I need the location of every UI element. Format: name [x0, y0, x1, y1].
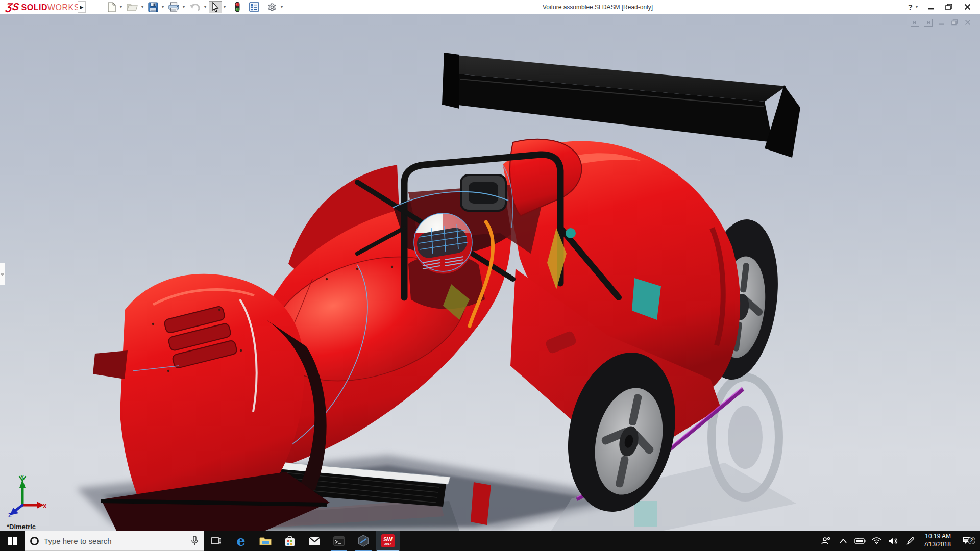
- file-properties-button[interactable]: [247, 1, 261, 13]
- view-orientation-label: *Dimetric: [7, 523, 36, 531]
- command-prompt-icon: [333, 536, 345, 546]
- restore-icon: [945, 4, 952, 10]
- taskbar-cmd-button[interactable]: [327, 531, 351, 551]
- edge-icon: e: [236, 534, 245, 548]
- help-button[interactable]: ?: [908, 3, 913, 11]
- taskbar-explorer-button[interactable]: [253, 531, 278, 551]
- taskbar-solidworks-button[interactable]: SW 2017: [376, 531, 400, 551]
- graphics-viewport[interactable]: X Y Z *Dimetric: [0, 14, 980, 531]
- people-icon[interactable]: [820, 537, 833, 545]
- doc-restore-icon: [951, 19, 958, 26]
- pane-left-button[interactable]: [911, 19, 919, 27]
- title-bar: ƷS SOLID WORKS ▶ ▾ ▾: [0, 0, 980, 14]
- doc-minimize-button[interactable]: [937, 18, 945, 27]
- file-properties-icon: [249, 2, 259, 12]
- printer-icon: [168, 2, 179, 12]
- options-dropdown-caret-icon[interactable]: ▾: [281, 5, 283, 9]
- chevron-up-icon[interactable]: [837, 539, 850, 543]
- volume-icon[interactable]: [887, 537, 900, 545]
- windows-logo-icon: [8, 537, 17, 545]
- quick-access-toolbar: ▾ ▾ ▾: [105, 1, 285, 13]
- undo-arrow-icon: [189, 3, 201, 12]
- arrow-right-icon: [926, 20, 930, 25]
- solidworks-logo: ƷS SOLID WORKS: [0, 1, 76, 13]
- start-button[interactable]: [0, 531, 24, 551]
- system-tray: 10:19 AM 7/13/2018 2: [820, 531, 980, 551]
- menu-flyout-button[interactable]: ▶: [78, 1, 86, 13]
- select-cursor-icon: [211, 2, 220, 12]
- select-tool-button[interactable]: [209, 1, 222, 13]
- brand-bold: SOLID: [21, 3, 47, 12]
- print-dropdown-caret-icon[interactable]: ▾: [183, 5, 185, 9]
- pane-right-button[interactable]: [924, 19, 933, 27]
- traffic-light-icon: [234, 2, 240, 12]
- taskbar-clock[interactable]: 10:19 AM 7/13/2018: [921, 533, 954, 548]
- cortana-icon: [30, 537, 39, 545]
- arrow-left-icon: [913, 20, 917, 25]
- select-dropdown-caret-icon[interactable]: ▾: [224, 5, 226, 9]
- mail-icon: [309, 537, 321, 545]
- doc-close-button[interactable]: [964, 18, 972, 27]
- battery-icon[interactable]: [853, 538, 867, 544]
- save-floppy-icon: [148, 2, 158, 12]
- minimize-icon: [927, 4, 934, 10]
- document-window-controls: [911, 18, 972, 27]
- taskbar-composer-button[interactable]: [351, 531, 376, 551]
- solidworks-mark-icon: ƷS: [5, 1, 20, 13]
- close-icon: [964, 4, 971, 10]
- restore-button[interactable]: [943, 3, 954, 12]
- undo-dropdown-caret-icon[interactable]: ▾: [204, 5, 206, 9]
- close-button[interactable]: [962, 3, 973, 12]
- search-input[interactable]: [44, 537, 186, 545]
- left-dive-plane: [93, 350, 128, 379]
- document-title: Voiture assomblee.SLDASM [Read-only]: [543, 4, 653, 11]
- action-center-button[interactable]: 2: [958, 536, 976, 545]
- open-dropdown-caret-icon[interactable]: ▾: [141, 5, 143, 9]
- windows-taskbar: e: [0, 531, 980, 551]
- microphone-icon[interactable]: [191, 536, 199, 546]
- undo-button[interactable]: [187, 1, 203, 13]
- help-dropdown-caret-icon[interactable]: ▾: [916, 5, 918, 9]
- new-document-button[interactable]: [105, 1, 118, 13]
- file-explorer-icon: [259, 536, 272, 546]
- hexagon-app-icon: [357, 535, 370, 547]
- gear-icon: [267, 2, 277, 12]
- taskbar-mail-button[interactable]: [302, 531, 327, 551]
- taskbar-edge-button[interactable]: e: [229, 531, 253, 551]
- solidworks-window: ƷS SOLID WORKS ▶ ▾ ▾: [0, 0, 980, 551]
- doc-restore-button[interactable]: [950, 18, 959, 27]
- new-document-icon: [107, 2, 116, 12]
- doc-minimize-icon: [938, 19, 944, 26]
- reference-triad: X Y Z: [7, 475, 47, 517]
- triad-x-label: X: [43, 503, 47, 509]
- flyout-arrow-icon: ▶: [80, 5, 84, 10]
- microsoft-store-icon: [285, 536, 295, 546]
- car-model[interactable]: [93, 53, 800, 531]
- window-controls: ? ▾: [908, 0, 973, 14]
- notification-badge: 2: [968, 537, 975, 544]
- taskbar-store-button[interactable]: [278, 531, 302, 551]
- triad-z-label: Z: [8, 512, 12, 517]
- task-view-button[interactable]: [204, 531, 229, 551]
- sw-label: SW: [383, 537, 393, 542]
- sw-year-label: 2017: [384, 542, 391, 545]
- doc-close-icon: [965, 19, 971, 26]
- new-dropdown-caret-icon[interactable]: ▾: [120, 5, 122, 9]
- save-button[interactable]: [146, 1, 160, 13]
- save-dropdown-caret-icon[interactable]: ▾: [162, 5, 164, 9]
- open-button[interactable]: [125, 1, 140, 13]
- pen-icon[interactable]: [904, 537, 917, 545]
- print-button[interactable]: [166, 1, 181, 13]
- clock-date: 7/13/2018: [924, 541, 951, 549]
- wifi-icon[interactable]: [870, 537, 884, 544]
- open-folder-icon: [127, 3, 138, 12]
- clock-time: 10:19 AM: [924, 533, 951, 541]
- minimize-button[interactable]: [925, 3, 936, 12]
- task-view-icon: [211, 536, 222, 545]
- options-button[interactable]: [265, 1, 279, 13]
- taskbar-search[interactable]: [24, 531, 204, 551]
- triad-y-label: Y: [20, 475, 24, 480]
- model-canvas[interactable]: [0, 14, 980, 531]
- rebuild-button[interactable]: [232, 1, 242, 13]
- solidworks-2017-icon: SW 2017: [381, 534, 395, 547]
